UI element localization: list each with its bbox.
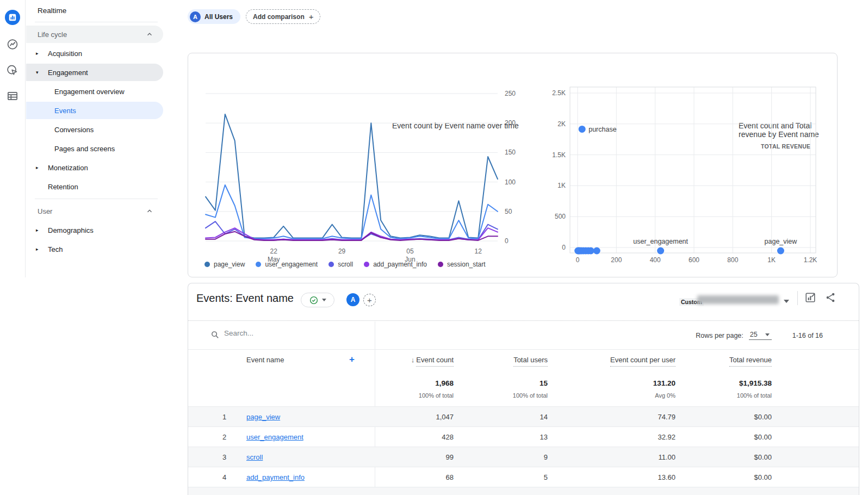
expand-arrow-icon[interactable]: ▸ (36, 227, 48, 233)
scatter-point-purchase[interactable] (579, 126, 586, 133)
y-axis-tick-label: 500 (555, 213, 566, 220)
x-axis-tick-label: 0 (576, 256, 580, 264)
event-name-link[interactable]: user_engagement (246, 433, 303, 441)
cell-ecpu: 74.79 (658, 413, 675, 421)
sidebar-item-conversions[interactable]: Conversions (26, 121, 163, 138)
all-users-chip[interactable]: A All Users (188, 9, 240, 24)
sidebar-item-label: Events (54, 107, 76, 115)
table-row: 3scroll99911.00$0.00 (188, 447, 859, 467)
sidebar-item-retention[interactable]: Retention (26, 178, 163, 195)
configure-table-icon[interactable] (7, 90, 19, 104)
legend-item-session_start[interactable]: session_start (438, 261, 486, 268)
add-segment-button[interactable]: + (363, 294, 376, 306)
reports-icon[interactable] (5, 10, 20, 25)
row-index: 2 (222, 433, 226, 441)
rows-per-page-select[interactable]: 25 (749, 331, 772, 340)
segment-a-badge[interactable]: A (346, 293, 359, 306)
line-chart: 05010015020025022May2905Jun12 (190, 82, 528, 269)
cell-ecpu: 32.92 (658, 433, 675, 441)
column-header-total-revenue[interactable]: Total revenue (729, 356, 772, 364)
y-axis-tick-label: 150 (505, 148, 516, 156)
cell-ecpu: 13.60 (658, 473, 675, 481)
explore-icon[interactable] (7, 38, 19, 53)
event-name-link[interactable]: scroll (246, 453, 263, 461)
sidebar-item-realtime[interactable]: Realtime (26, 2, 163, 18)
sidebar-item-acquisition[interactable]: ▸Acquisition (26, 45, 163, 62)
cell-revenue: $0.00 (754, 433, 772, 441)
x-axis-tick-label: 200 (611, 256, 622, 264)
comparison-bar: A All Users Add comparison + (188, 9, 320, 24)
legend-label: add_payment_info (373, 261, 427, 268)
cell-revenue: $0.00 (754, 453, 772, 461)
event-name-link[interactable]: page_view (246, 413, 280, 421)
sidebar-item-tech[interactable]: ▸Tech (26, 240, 163, 258)
plus-icon: + (309, 12, 314, 21)
customize-report-icon[interactable] (804, 292, 816, 306)
x-axis-tick-label: 12 (475, 247, 482, 255)
y-axis-tick-label: 2.5K (552, 89, 566, 97)
sidebar-item-events[interactable]: Events (26, 102, 163, 119)
table-top-divider (188, 320, 859, 321)
column-header-event-count-per-user[interactable]: Event count per user (610, 356, 675, 364)
cell-revenue: $0.00 (754, 413, 772, 421)
y-axis-tick-label: 0 (562, 244, 566, 251)
legend-label: page_view (214, 261, 245, 268)
scatter-point-page_view[interactable] (777, 247, 784, 255)
date-range-caret-icon[interactable] (784, 300, 789, 303)
search-input[interactable] (224, 329, 360, 337)
sidebar-item-life-cycle[interactable]: Life cycle (26, 26, 163, 43)
metric-check-dropdown[interactable] (301, 293, 334, 307)
x-axis-tick-label: 29 (338, 247, 346, 255)
table-row: 2user_engagement4281332.92$0.00 (188, 426, 859, 447)
y-axis-tick-label: 2K (557, 120, 566, 128)
table-row: 1page_view1,0471474.79$0.00 (188, 406, 859, 426)
chevron-down-icon (322, 299, 326, 301)
scatter-point[interactable] (587, 247, 594, 255)
sidebar-item-pages-and-screens[interactable]: Pages and screens (26, 140, 163, 157)
x-axis-tick-label: 05 (406, 247, 414, 255)
sidebar-item-engagement-overview[interactable]: Engagement overview (26, 83, 163, 100)
legend-dot-icon (328, 262, 334, 267)
y-axis-tick-label: 1.5K (552, 151, 566, 159)
collapse-arrow-icon[interactable]: ▾ (36, 70, 48, 75)
column-header-total-users[interactable]: Total users (513, 356, 548, 364)
x-axis-tick-label: 22 (270, 247, 278, 255)
scatter-point-user_engagement[interactable] (657, 247, 664, 255)
legend-item-page_view[interactable]: page_view (204, 261, 245, 268)
date-range-value-blurred[interactable] (697, 295, 779, 304)
chevron-up-icon[interactable] (146, 207, 153, 216)
scatter-chart: 02004006008001K1.2K05001K1.5K2K2.5Kpurch… (544, 82, 868, 272)
table-totals-row: 1,968 100% of total 15 100% of total 131… (188, 372, 859, 406)
legend-item-add_payment_info[interactable]: add_payment_info (364, 261, 427, 268)
share-icon[interactable] (824, 292, 836, 306)
event-name-link[interactable]: add_payment_info (246, 473, 305, 481)
column-header-event-count[interactable]: ↓Event count (411, 356, 454, 364)
scatter-point[interactable] (593, 247, 600, 255)
search-icon (210, 330, 220, 339)
sidebar-item-engagement[interactable]: ▾Engagement (26, 64, 163, 81)
expand-arrow-icon[interactable]: ▸ (36, 246, 48, 252)
cell-event-count: 1,047 (436, 413, 454, 421)
legend-label: scroll (338, 261, 353, 268)
expand-arrow-icon[interactable]: ▸ (36, 165, 48, 170)
advertising-icon[interactable] (7, 64, 19, 79)
column-header-event-name[interactable]: Event name (246, 356, 284, 364)
legend-item-user_engagement[interactable]: user_engagement (256, 261, 318, 268)
table-header-row: Event name + ↓Event count Total users Ev… (188, 350, 859, 372)
sidebar-item-user[interactable]: User (26, 202, 163, 220)
add-column-button[interactable]: + (349, 354, 355, 365)
sidebar-item-demographics[interactable]: ▸Demographics (26, 221, 163, 239)
sidebar-nav: Life cycle▸Acquisition▾EngagementEngagem… (26, 26, 163, 258)
sidebar-item-monetization[interactable]: ▸Monetization (26, 159, 163, 176)
expand-arrow-icon[interactable]: ▸ (36, 51, 48, 56)
sidebar-item-label: Demographics (48, 226, 94, 234)
check-circle-icon (309, 295, 319, 305)
x-axis-tick-label: 1K (767, 256, 776, 264)
add-comparison-button[interactable]: Add comparison + (246, 9, 320, 24)
y-axis-tick-label: 50 (505, 208, 512, 215)
cell-total-users: 9 (544, 453, 548, 461)
table-title: Events: Event name (196, 292, 294, 305)
legend-item-scroll[interactable]: scroll (328, 261, 353, 268)
chevron-up-icon[interactable] (146, 30, 153, 40)
y-axis-tick-label: 0 (505, 237, 509, 245)
